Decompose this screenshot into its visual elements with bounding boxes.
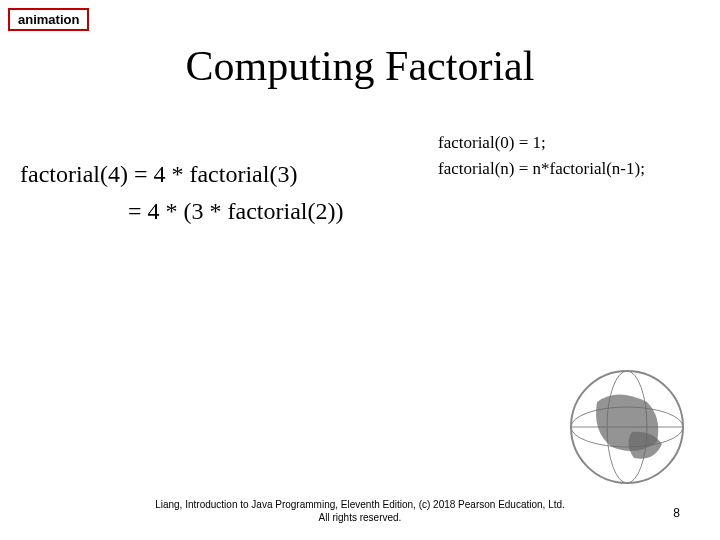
svg-point-0 bbox=[571, 371, 683, 483]
copyright-line-2: All rights reserved. bbox=[0, 511, 720, 524]
def-line-1: factorial(0) = 1; bbox=[438, 130, 645, 156]
svg-point-2 bbox=[607, 371, 647, 483]
definition-block: factorial(0) = 1; factorial(n) = n*facto… bbox=[438, 130, 645, 181]
slide-title: Computing Factorial bbox=[0, 42, 720, 90]
calc-line-2: = 4 * (3 * factorial(2)) bbox=[20, 193, 343, 230]
globe-icon bbox=[562, 362, 692, 492]
def-line-2: factorial(n) = n*factorial(n-1); bbox=[438, 156, 645, 182]
calc-line-1: factorial(4) = 4 * factorial(3) bbox=[20, 156, 343, 193]
footer: Liang, Introduction to Java Programming,… bbox=[0, 498, 720, 524]
calculation-block: factorial(4) = 4 * factorial(3) = 4 * (3… bbox=[20, 156, 343, 230]
copyright-line-1: Liang, Introduction to Java Programming,… bbox=[0, 498, 720, 511]
svg-point-1 bbox=[571, 407, 683, 447]
slide: animation Computing Factorial factorial(… bbox=[0, 0, 720, 540]
page-number: 8 bbox=[673, 506, 680, 520]
animation-badge: animation bbox=[8, 8, 89, 31]
